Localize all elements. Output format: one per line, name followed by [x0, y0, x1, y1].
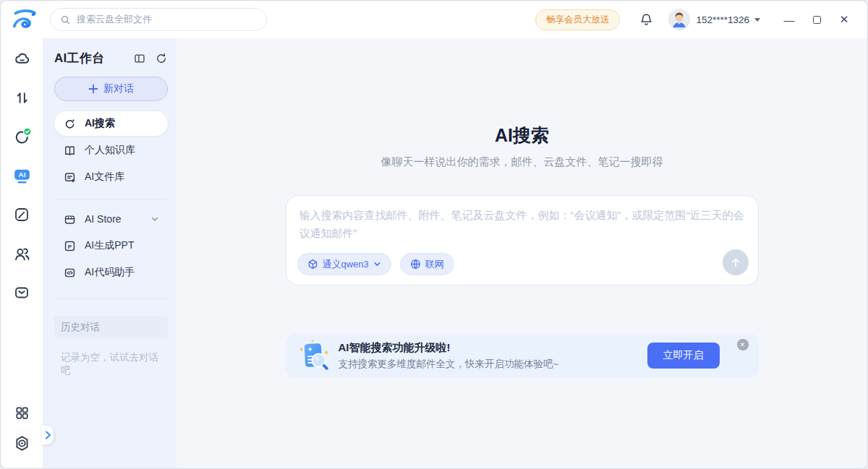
sidebar-item-label: 个人知识库 — [85, 144, 135, 157]
chevron-down-icon — [373, 260, 381, 268]
rail-bottom — [10, 403, 33, 452]
sidebar-item-label: AI搜索 — [85, 117, 115, 130]
rail-item-contacts[interactable] — [10, 244, 33, 263]
new-chat-button[interactable]: 新对话 — [54, 77, 168, 101]
sidebar-nav: AI搜索 个人知识库 AI文件库 — [54, 111, 168, 287]
model-cube-icon — [307, 259, 318, 270]
page-subtitle: 像聊天一样说出你的需求，邮件、云盘文件、笔记一搜即得 — [286, 155, 759, 169]
new-chat-label: 新对话 — [103, 82, 134, 95]
topbar: 搜索云盘全部文件 畅享会员大放送 — [1, 1, 867, 38]
username: 152****1326 — [696, 14, 749, 25]
search-icon — [60, 14, 71, 25]
close-button[interactable]: ✕ — [834, 9, 854, 30]
rail-item-sync-status[interactable] — [10, 127, 33, 146]
sidebar-item-ai-code[interactable]: AI代码助手 — [54, 260, 168, 285]
rail-expand-handle[interactable] — [42, 426, 54, 444]
avatar — [668, 9, 690, 30]
ai-badge-icon: AI — [12, 166, 32, 186]
web-search-pill[interactable]: 联网 — [400, 253, 454, 275]
panel-toggle-icon — [133, 52, 146, 65]
maximize-button[interactable] — [807, 9, 827, 30]
rail-item-notes[interactable] — [10, 205, 33, 224]
banner-title: AI智能搜索功能升级啦! — [339, 341, 559, 355]
refresh-button[interactable] — [155, 52, 168, 65]
minimize-button[interactable]: — — [779, 9, 799, 30]
search-options: 通义qwen3 联网 — [297, 253, 454, 275]
sidebar-item-ai-ppt[interactable]: P AI生成PPT — [54, 233, 168, 258]
enable-now-button[interactable]: 立即开启 — [647, 343, 720, 369]
send-button[interactable] — [723, 249, 749, 275]
bell-icon — [639, 12, 654, 27]
left-rail: AI — [1, 38, 43, 468]
topbar-right: 畅享会员大放送 152****1326 — [535, 9, 854, 30]
sidebar-item-knowledge-base[interactable]: 个人知识库 — [54, 138, 168, 163]
sidebar-item-ai-search[interactable]: AI搜索 — [54, 111, 168, 136]
sidebar: AI工作台 — [43, 38, 176, 468]
maximize-icon — [813, 16, 821, 24]
main-content: AI搜索 像聊天一样说出你的需求，邮件、云盘文件、笔记一搜即得 输入搜索内容查找… — [176, 38, 867, 468]
history-empty-text: 记录为空，试试去对话吧 — [54, 351, 168, 377]
arrow-up-icon — [729, 256, 742, 269]
book-icon — [63, 144, 77, 158]
sidebar-item-ai-file-library[interactable]: AI文件库 — [54, 165, 168, 189]
mail-icon — [13, 284, 30, 301]
sidebar-item-label: AI Store — [85, 213, 122, 225]
upgrade-banner: AI智能搜索功能升级啦! 支持搜索更多维度邮件全文，快来开启功能体验吧~ 立即开… — [286, 334, 759, 377]
code-icon — [63, 266, 77, 280]
collapse-panel-button[interactable] — [133, 52, 146, 65]
global-search-input[interactable]: 搜索云盘全部文件 — [50, 8, 267, 31]
document-plus-icon — [63, 171, 77, 184]
sidebar-divider — [56, 199, 166, 199]
sidebar-item-label: AI代码助手 — [85, 266, 135, 279]
caret-down-icon — [754, 18, 760, 22]
rail-item-mail[interactable] — [10, 283, 33, 302]
banner-subtitle: 支持搜索更多维度邮件全文，快来开启功能体验吧~ — [339, 358, 559, 371]
sidebar-title: AI工作台 — [54, 50, 105, 66]
sync-icon — [12, 127, 32, 147]
app-body: AI — [1, 38, 867, 468]
user-menu[interactable]: 152****1326 — [668, 9, 760, 30]
sidebar-divider — [56, 298, 166, 299]
banner-close-button[interactable]: ✕ — [737, 339, 749, 350]
ai-search-icon — [63, 117, 77, 131]
notification-bell-button[interactable] — [639, 12, 654, 27]
chevron-down-icon — [150, 215, 159, 223]
store-icon — [63, 212, 77, 226]
transfer-arrows-icon — [14, 90, 30, 106]
rail-item-settings[interactable] — [10, 434, 33, 452]
rail-item-transfer-list[interactable] — [10, 88, 33, 107]
edit-note-icon — [13, 206, 30, 223]
people-icon — [13, 245, 31, 263]
svg-text:AI: AI — [18, 171, 25, 178]
rail-item-cloud-drive[interactable] — [10, 49, 33, 68]
app-window: 搜索云盘全部文件 畅享会员大放送 — [0, 0, 868, 469]
cloud-brand-icon — [11, 7, 38, 32]
history-section-title: 历史对话 — [54, 317, 168, 338]
rail-item-ai-assistant[interactable]: AI — [10, 166, 33, 185]
app-logo[interactable] — [9, 6, 40, 33]
sidebar-item-label: AI生成PPT — [85, 239, 134, 252]
promo-badge[interactable]: 畅享会员大放送 — [535, 9, 621, 30]
cloud-icon — [13, 50, 31, 68]
svg-text:P: P — [68, 243, 72, 249]
sidebar-item-ai-store[interactable]: AI Store — [54, 207, 168, 231]
global-search-placeholder: 搜索云盘全部文件 — [77, 13, 152, 26]
refresh-icon — [155, 52, 168, 65]
ai-search-upgrade-icon — [296, 337, 332, 374]
sidebar-header: AI工作台 — [54, 50, 168, 66]
window-controls: — ✕ — [779, 9, 854, 30]
ai-search-placeholder: 输入搜索内容查找邮件、附件、笔记及云盘文件，例如：“会议通知”，或限定范围“近三… — [299, 207, 745, 243]
sidebar-item-label: AI文件库 — [85, 171, 124, 184]
settings-icon — [13, 434, 31, 452]
apps-grid-icon — [14, 405, 30, 421]
globe-icon — [410, 259, 421, 270]
model-name: 通义qwen3 — [323, 258, 369, 271]
chevron-right-icon — [45, 431, 51, 439]
web-search-label: 联网 — [425, 258, 444, 271]
model-selector-pill[interactable]: 通义qwen3 — [297, 253, 391, 275]
rail-item-apps-grid[interactable] — [10, 403, 33, 422]
ppt-icon: P — [63, 239, 77, 253]
plus-icon — [88, 84, 98, 94]
ai-search-box[interactable]: 输入搜索内容查找邮件、附件、笔记及云盘文件，例如：“会议通知”，或限定范围“近三… — [286, 195, 759, 285]
page-title: AI搜索 — [286, 124, 759, 147]
